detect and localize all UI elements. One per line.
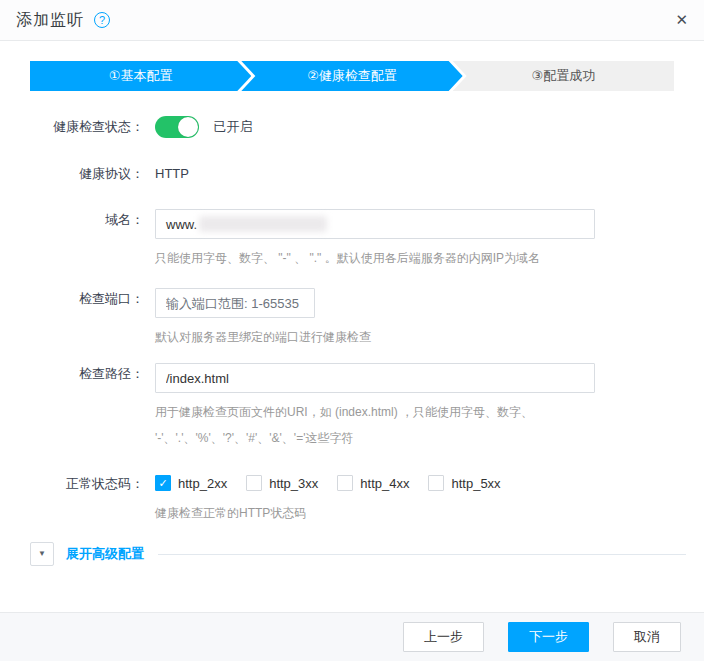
checkbox[interactable]: ✓ — [155, 475, 171, 491]
status-codes-row: 正常状态码： ✓ http_2xx ✓ http_3xx ✓ http_4xx — [0, 473, 704, 521]
check-path-row: 检查路径： 用于健康检查页面文件的URI，如 (index.html) ，只能使… — [0, 363, 704, 446]
checkbox[interactable]: ✓ — [428, 475, 444, 491]
check-icon: ✓ — [158, 478, 167, 489]
check-port-input[interactable] — [155, 288, 315, 318]
health-status-row: 健康检查状态： 已开启 — [0, 116, 704, 138]
check-path-input[interactable] — [155, 363, 595, 393]
checkbox[interactable]: ✓ — [337, 475, 353, 491]
dialog-title: 添加监听 — [16, 10, 84, 31]
health-protocol-label: 健康协议： — [0, 163, 155, 185]
redacted-domain-blur — [199, 216, 327, 232]
step-wizard: ①基本配置 ②健康检查配置 ③配置成功 — [30, 61, 674, 91]
status-code-option-http2xx[interactable]: ✓ http_2xx — [155, 475, 227, 491]
step-config-success: ③配置成功 — [453, 61, 674, 91]
checkbox-label: http_3xx — [269, 476, 318, 491]
status-codes-help-text: 健康检查正常的HTTP状态码 — [155, 506, 704, 521]
help-icon[interactable]: ? — [94, 12, 110, 28]
next-step-button[interactable]: 下一步 — [508, 622, 589, 652]
status-code-option-http4xx[interactable]: ✓ http_4xx — [337, 475, 409, 491]
check-port-help-text: 默认对服务器里绑定的端口进行健康检查 — [155, 330, 704, 345]
expand-advanced-button[interactable]: ▼ — [30, 542, 54, 566]
divider-line — [158, 554, 686, 555]
dialog-footer: 上一步 下一步 取消 — [0, 612, 704, 661]
domain-input[interactable]: www. — [155, 209, 595, 239]
step-basic-config: ①基本配置 — [30, 61, 251, 91]
close-icon[interactable]: ✕ — [675, 11, 688, 29]
advanced-config-row: ▼ 展开高级配置 — [30, 542, 686, 566]
checkbox-label: http_4xx — [360, 476, 409, 491]
health-check-form: 健康检查状态： 已开启 健康协议： HTTP 域名： www. 只能使用字母、数… — [0, 91, 704, 521]
health-status-value: 已开启 — [213, 119, 252, 134]
domain-label: 域名： — [0, 209, 155, 231]
domain-row: 域名： www. 只能使用字母、数字、 "-" 、 "." 。默认使用各后端服务… — [0, 209, 704, 266]
step-health-check-config: ②健康检查配置 — [241, 61, 462, 91]
expand-advanced-link[interactable]: 展开高级配置 — [66, 545, 144, 563]
prev-step-button[interactable]: 上一步 — [403, 622, 484, 652]
health-protocol-value: HTTP — [155, 163, 189, 182]
dialog-header: 添加监听 ? ✕ — [0, 0, 704, 41]
health-protocol-row: 健康协议： HTTP — [0, 163, 704, 185]
health-status-label: 健康检查状态： — [0, 116, 155, 138]
check-port-row: 检查端口： 默认对服务器里绑定的端口进行健康检查 — [0, 288, 704, 345]
health-status-toggle[interactable] — [155, 116, 199, 138]
check-path-help-line1: 用于健康检查页面文件的URI，如 (index.html) ，只能使用字母、数字… — [155, 405, 704, 420]
add-listener-dialog: 添加监听 ? ✕ ①基本配置 ②健康检查配置 ③配置成功 健康检查状态： 已开启… — [0, 0, 704, 661]
checkbox[interactable]: ✓ — [246, 475, 262, 491]
checkbox-label: http_2xx — [178, 476, 227, 491]
cancel-button[interactable]: 取消 — [613, 622, 681, 652]
checkbox-label: http_5xx — [451, 476, 500, 491]
status-codes-label: 正常状态码： — [0, 473, 155, 495]
status-code-options: ✓ http_2xx ✓ http_3xx ✓ http_4xx ✓ http_… — [155, 473, 704, 491]
check-path-label: 检查路径： — [0, 363, 155, 385]
domain-value-prefix: www. — [166, 217, 197, 232]
check-port-label: 检查端口： — [0, 288, 155, 310]
status-code-option-http5xx[interactable]: ✓ http_5xx — [428, 475, 500, 491]
check-path-help-line2: '-'、'.'、'%'、'?'、'#'、'&'、'='这些字符 — [155, 431, 704, 446]
domain-help-text: 只能使用字母、数字、 "-" 、 "." 。默认使用各后端服务器的内网IP为域名 — [155, 251, 704, 266]
caret-down-icon: ▼ — [38, 549, 46, 558]
toggle-knob-icon — [178, 117, 198, 137]
status-code-option-http3xx[interactable]: ✓ http_3xx — [246, 475, 318, 491]
